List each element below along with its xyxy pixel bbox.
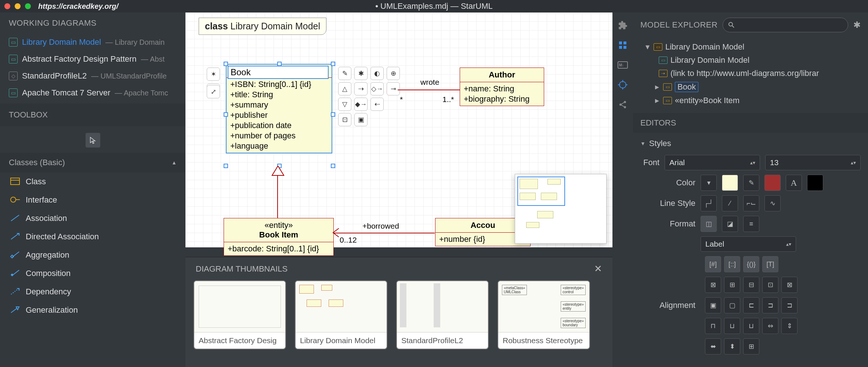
toolbox-directed-association[interactable]: Directed Association bbox=[0, 228, 185, 246]
quick-assoc-button[interactable]: ⇢ bbox=[354, 82, 368, 95]
tree-item[interactable]: ▸ ▭ «entity»Book Item bbox=[637, 94, 864, 107]
caret-right-icon[interactable]: ▸ bbox=[654, 82, 660, 92]
quick-add-button[interactable]: ✶ bbox=[207, 68, 220, 81]
line-color-swatch[interactable] bbox=[764, 175, 781, 191]
quick-dep-button[interactable]: ⇠ bbox=[370, 98, 384, 111]
markdown-icon[interactable]: M↓ bbox=[617, 59, 628, 70]
toolbox-dependency[interactable]: Dependency bbox=[0, 283, 185, 301]
share-icon[interactable] bbox=[617, 99, 628, 110]
dist-h-button[interactable]: ⇔ bbox=[762, 318, 778, 334]
tree-item[interactable]: ▭ Library Domain Model bbox=[637, 54, 864, 67]
quick-port-button[interactable]: ▣ bbox=[354, 113, 368, 126]
linestyle-oblique-button[interactable]: ⁄ bbox=[722, 195, 738, 211]
minimize-window-button[interactable] bbox=[15, 3, 21, 9]
format-shadow-button[interactable]: ◪ bbox=[722, 216, 738, 232]
same-height-button[interactable]: ⬍ bbox=[724, 338, 740, 355]
thumbnail-item[interactable]: «metaClass»UMLClass «stereotype»control … bbox=[498, 280, 590, 349]
tree-item[interactable]: ▸ ▭ Book bbox=[637, 80, 864, 94]
caret-down-icon[interactable]: ▾ bbox=[644, 42, 651, 52]
maximize-window-button[interactable] bbox=[25, 3, 31, 9]
suppress-lit-button[interactable]: ⊡ bbox=[762, 277, 778, 293]
working-diagram-item[interactable]: ◇ StandardProfileL2 — UMLStandardProfile bbox=[0, 68, 185, 84]
quick-edit-button[interactable]: ✎ bbox=[338, 67, 351, 80]
toolbox-association[interactable]: Association bbox=[0, 209, 185, 228]
text-color-swatch[interactable] bbox=[807, 175, 823, 191]
quick-interface-button[interactable]: ◐ bbox=[370, 67, 384, 80]
selection-handle[interactable] bbox=[331, 62, 335, 66]
same-size-button[interactable]: ⊞ bbox=[743, 338, 759, 355]
align-middle-button[interactable]: ⊔ bbox=[724, 318, 740, 334]
selection-handle[interactable] bbox=[331, 112, 335, 117]
close-window-button[interactable] bbox=[4, 3, 10, 9]
line-color-icon[interactable]: ✎ bbox=[743, 175, 759, 191]
quick-gen-down-button[interactable]: ▽ bbox=[338, 98, 351, 111]
working-diagram-item[interactable]: ▭ Library Domain Model — Library Domain bbox=[0, 34, 185, 51]
toolbox-class[interactable]: Class bbox=[0, 172, 185, 191]
generalization-line[interactable] bbox=[277, 175, 278, 219]
quick-required-button[interactable]: ⊸ bbox=[387, 82, 400, 95]
thumbnail-item[interactable]: StandardProfileL2 bbox=[396, 280, 489, 349]
thumbnail-item[interactable]: Abstract Factory Desig bbox=[194, 280, 286, 349]
linestyle-rect-button[interactable]: ┌┘ bbox=[701, 195, 717, 211]
caret-right-icon[interactable]: ▸ bbox=[654, 96, 660, 105]
quick-agg-button[interactable]: ◇→ bbox=[370, 82, 384, 95]
toolbox-category[interactable]: Classes (Basic) ▲ bbox=[0, 153, 185, 172]
select-tool[interactable] bbox=[86, 133, 100, 148]
toolbox-generalization[interactable]: Generalization bbox=[0, 301, 185, 319]
suppress-recp-button[interactable]: ⊟ bbox=[743, 277, 759, 293]
show-multiplicity-button[interactable]: [T] bbox=[762, 256, 778, 272]
working-diagram-item[interactable]: ▭ Abstract Factory Design Pattern — Abst bbox=[0, 51, 185, 68]
close-thumbnails-button[interactable]: ✕ bbox=[594, 263, 602, 275]
minimap[interactable] bbox=[515, 174, 607, 244]
quick-gen-up-button[interactable]: △ bbox=[338, 82, 351, 95]
quick-settings-button[interactable]: ✱ bbox=[354, 67, 368, 80]
tree-item[interactable]: ⇢ (link to http://www.uml-diagrams.org/l… bbox=[637, 67, 864, 80]
text-color-icon[interactable]: A bbox=[786, 175, 802, 191]
tree-item[interactable]: ▾ ▭ Library Domain Model bbox=[637, 40, 864, 54]
model-search-input[interactable] bbox=[723, 18, 848, 32]
uml-class-bookitem[interactable]: «entity» Book Item +barcode: String[0..1… bbox=[224, 218, 334, 256]
align-left-button[interactable]: ⊏ bbox=[743, 297, 759, 313]
same-width-button[interactable]: ⬌ bbox=[705, 338, 721, 355]
suppress-op-button[interactable]: ⊞ bbox=[724, 277, 740, 293]
font-family-select[interactable]: Arial▴▾ bbox=[665, 155, 760, 170]
quick-expand-button[interactable]: ⤢ bbox=[207, 85, 220, 98]
align-bottom-button[interactable]: ⊔ bbox=[743, 318, 759, 334]
dist-v-button[interactable]: ⇕ bbox=[781, 318, 798, 334]
show-visibility-button[interactable]: [#] bbox=[705, 256, 721, 272]
styles-section-header[interactable]: ▼ Styles bbox=[640, 137, 861, 153]
fill-color-icon[interactable]: ▾ bbox=[701, 175, 717, 191]
send-back-button[interactable]: ▢ bbox=[724, 297, 740, 313]
working-diagram-item[interactable]: ▭ Apache Tomcat 7 Server — Apache Tomc bbox=[0, 84, 185, 101]
font-size-select[interactable]: 13▴▾ bbox=[765, 155, 861, 170]
align-top-button[interactable]: ⊓ bbox=[705, 318, 721, 334]
toolbox-interface[interactable]: Interface bbox=[0, 191, 185, 209]
selection-handle[interactable] bbox=[224, 164, 228, 168]
quick-nested-button[interactable]: ⊡ bbox=[338, 113, 351, 126]
linestyle-curve-button[interactable]: ∿ bbox=[764, 195, 781, 211]
format-list-button[interactable]: ≡ bbox=[743, 216, 759, 232]
thumbnail-item[interactable]: Library Domain Model bbox=[295, 280, 387, 349]
extensions-icon[interactable] bbox=[617, 20, 628, 31]
format-auto-button[interactable]: ◫ bbox=[701, 216, 717, 232]
grid-view-icon[interactable] bbox=[617, 40, 628, 51]
suppress-attr-button[interactable]: ⊠ bbox=[705, 277, 721, 293]
settings-icon[interactable]: ✱ bbox=[853, 20, 861, 30]
show-namespace-button[interactable]: [::] bbox=[724, 256, 740, 272]
align-center-button[interactable]: ⊐ bbox=[762, 297, 778, 313]
class-name-edit[interactable] bbox=[228, 66, 329, 79]
selection-handle[interactable] bbox=[224, 112, 228, 117]
show-type-button[interactable]: {()} bbox=[743, 256, 759, 272]
association-line[interactable] bbox=[398, 90, 460, 90]
fill-color-swatch[interactable] bbox=[722, 175, 738, 191]
association-line[interactable] bbox=[334, 233, 435, 233]
toolbox-aggregation[interactable]: Aggregation bbox=[0, 246, 185, 264]
diagram-canvas[interactable]: class Library Domain Model +ISBN: String… bbox=[185, 12, 612, 247]
target-icon[interactable] bbox=[617, 79, 628, 90]
uml-class-author[interactable]: Author +name: String +biography: String bbox=[460, 68, 544, 106]
quick-comp-button[interactable]: ◆→ bbox=[354, 98, 368, 111]
linestyle-rounded-button[interactable]: ⌐⌙ bbox=[743, 195, 759, 211]
bring-front-button[interactable]: ▣ bbox=[705, 297, 721, 313]
suppress-misc-button[interactable]: ⊠ bbox=[781, 277, 798, 293]
quick-provided-button[interactable]: ⊕ bbox=[387, 67, 400, 80]
